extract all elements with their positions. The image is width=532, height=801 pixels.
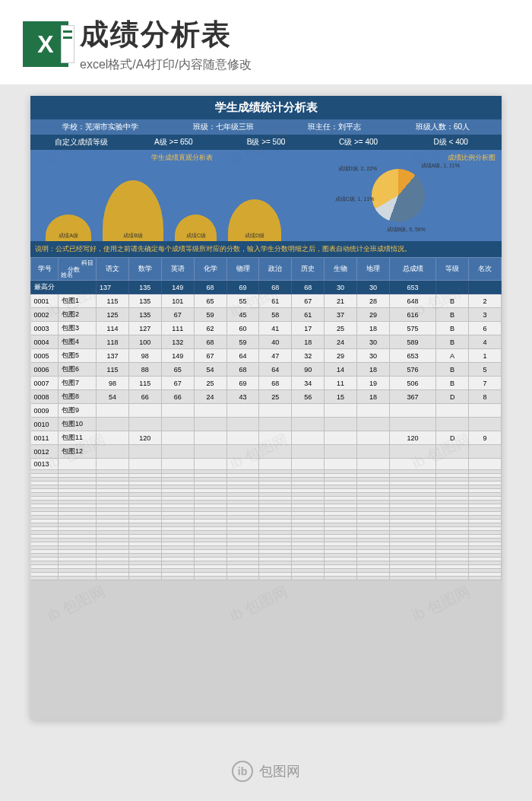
cell[interactable] (161, 418, 194, 431)
cell[interactable] (292, 577, 325, 580)
cell[interactable]: 包图5 (59, 349, 97, 363)
cell[interactable]: 64 (226, 349, 259, 363)
cell[interactable]: 包图4 (59, 335, 97, 349)
cell[interactable]: 40 (259, 335, 292, 349)
cell[interactable]: 114 (97, 322, 129, 335)
cell[interactable]: 8 (469, 390, 502, 404)
cell[interactable] (389, 459, 435, 470)
cell[interactable]: 34 (292, 377, 325, 390)
cell[interactable]: 120 (389, 431, 435, 445)
cell[interactable]: 6 (469, 322, 502, 335)
cell[interactable]: 15 (325, 390, 357, 404)
cell[interactable]: 29 (325, 349, 357, 363)
cell[interactable] (325, 459, 357, 470)
cell[interactable]: 包图6 (59, 363, 97, 377)
cell[interactable]: 0004 (31, 335, 59, 349)
cell[interactable]: 37 (325, 308, 357, 322)
cell[interactable]: 125 (97, 308, 129, 322)
cell[interactable]: 30 (357, 349, 390, 363)
cell[interactable] (357, 577, 390, 580)
cell[interactable] (161, 445, 194, 459)
cell[interactable] (226, 418, 259, 431)
cell[interactable]: 68 (194, 335, 226, 349)
cell[interactable] (259, 404, 292, 418)
cell[interactable]: B (436, 322, 469, 335)
cell[interactable] (128, 418, 161, 431)
cell[interactable]: 14 (325, 363, 357, 377)
cell[interactable]: 60 (226, 322, 259, 335)
cell[interactable]: D (436, 390, 469, 404)
cell[interactable]: 18 (357, 363, 390, 377)
cell[interactable] (128, 459, 161, 470)
cell[interactable]: 0003 (31, 322, 59, 335)
cell[interactable]: 56 (292, 390, 325, 404)
cell[interactable]: 59 (226, 335, 259, 349)
cell[interactable]: 43 (226, 390, 259, 404)
cell[interactable] (97, 577, 129, 580)
cell[interactable]: 0005 (31, 349, 59, 363)
cell[interactable] (59, 459, 97, 470)
cell[interactable] (97, 418, 129, 431)
cell[interactable] (194, 445, 226, 459)
cell[interactable]: 3 (469, 308, 502, 322)
cell[interactable]: 0011 (31, 431, 59, 445)
cell[interactable] (97, 404, 129, 418)
cell[interactable] (194, 404, 226, 418)
cell[interactable]: 88 (128, 363, 161, 377)
cell[interactable] (97, 459, 129, 470)
cell[interactable]: 2 (469, 294, 502, 308)
cell[interactable] (357, 418, 390, 431)
cell[interactable] (128, 577, 161, 580)
cell[interactable]: 68 (226, 363, 259, 377)
cell[interactable] (292, 418, 325, 431)
cell[interactable] (325, 418, 357, 431)
cell[interactable]: 47 (259, 349, 292, 363)
cell[interactable]: 67 (292, 294, 325, 308)
cell[interactable]: 100 (128, 335, 161, 349)
cell[interactable]: 137 (97, 349, 129, 363)
cell[interactable] (161, 431, 194, 445)
cell[interactable]: 367 (389, 390, 435, 404)
cell[interactable] (226, 459, 259, 470)
cell[interactable]: 包图12 (59, 445, 97, 459)
cell[interactable] (436, 404, 469, 418)
cell[interactable]: 30 (357, 335, 390, 349)
cell[interactable]: 67 (161, 377, 194, 390)
cell[interactable] (357, 404, 390, 418)
cell[interactable]: 0009 (31, 404, 59, 418)
cell[interactable]: 包图3 (59, 322, 97, 335)
cell[interactable] (389, 445, 435, 459)
cell[interactable]: 0002 (31, 308, 59, 322)
cell[interactable] (128, 445, 161, 459)
cell[interactable]: 21 (325, 294, 357, 308)
cell[interactable]: 61 (292, 308, 325, 322)
cell[interactable]: 包图9 (59, 404, 97, 418)
cell[interactable]: 28 (357, 294, 390, 308)
cell[interactable]: 115 (97, 363, 129, 377)
cell[interactable]: 506 (389, 377, 435, 390)
cell[interactable]: 29 (357, 308, 390, 322)
cell[interactable] (469, 418, 502, 431)
cell[interactable]: 66 (128, 390, 161, 404)
cell[interactable]: 包图2 (59, 308, 97, 322)
cell[interactable]: 98 (97, 377, 129, 390)
cell[interactable]: 132 (161, 335, 194, 349)
cell[interactable]: 0010 (31, 418, 59, 431)
cell[interactable] (469, 577, 502, 580)
cell[interactable]: 包图1 (59, 294, 97, 308)
cell[interactable] (357, 459, 390, 470)
cell[interactable]: 111 (161, 322, 194, 335)
cell[interactable]: 62 (194, 322, 226, 335)
cell[interactable]: 64 (259, 363, 292, 377)
cell[interactable]: D (436, 431, 469, 445)
cell[interactable] (436, 445, 469, 459)
cell[interactable]: 67 (194, 349, 226, 363)
cell[interactable]: 19 (357, 377, 390, 390)
cell[interactable] (128, 404, 161, 418)
cell[interactable]: 24 (194, 390, 226, 404)
cell[interactable]: 127 (128, 322, 161, 335)
cell[interactable] (436, 459, 469, 470)
cell[interactable]: 32 (292, 349, 325, 363)
cell[interactable]: 120 (128, 431, 161, 445)
cell[interactable]: 9 (469, 431, 502, 445)
